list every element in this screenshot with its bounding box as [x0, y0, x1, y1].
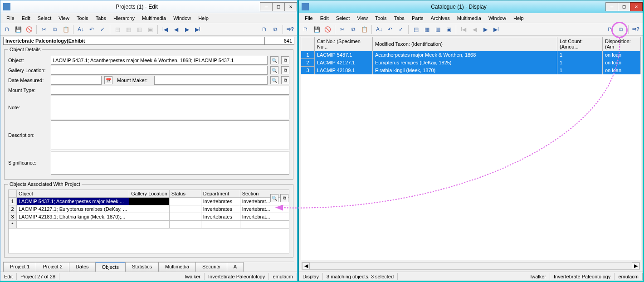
new-icon[interactable]: 🗋 — [2, 24, 12, 34]
menu-item[interactable]: Help — [510, 15, 527, 22]
first-icon[interactable]: I◀ — [459, 24, 468, 34]
close-button[interactable]: ✕ — [284, 2, 297, 11]
menu-item[interactable]: View — [354, 15, 371, 22]
maximize-button[interactable]: □ — [272, 2, 285, 11]
cell[interactable]: Invertebrat... — [240, 213, 289, 221]
titlebar[interactable]: Projects (1) - Edit — □ ✕ — [0, 0, 297, 13]
menu-item[interactable]: Select — [333, 15, 353, 22]
cell[interactable] — [129, 198, 170, 205]
sort-asc-icon[interactable]: A↓ — [374, 24, 384, 34]
minimize-button[interactable]: — — [260, 2, 273, 11]
cell[interactable]: Acantherpestes major Meek & Worthen, 186… — [373, 51, 557, 59]
titlebar[interactable]: Catalogue (1) - Display — □ ✕ — [299, 0, 643, 13]
menu-item[interactable]: Parts — [409, 15, 427, 22]
help-pointer-icon[interactable]: ⥤? — [285, 24, 295, 34]
col-header[interactable]: Disposition: (Am — [603, 37, 641, 51]
view3-icon[interactable]: ▥ — [433, 24, 443, 34]
scroll-right-icon[interactable]: ▶ — [632, 263, 639, 269]
cell[interactable]: on loan — [603, 51, 641, 59]
attach-icon[interactable]: ⧉ — [270, 24, 280, 34]
cell[interactable] — [169, 198, 201, 205]
tab-dates[interactable]: Dates — [69, 262, 96, 272]
menu-item[interactable]: Hierarchy — [110, 15, 138, 22]
menu-item[interactable]: Edit — [317, 15, 332, 22]
tab-project1[interactable]: Project 1 — [3, 262, 36, 272]
menu-item[interactable]: Window — [170, 15, 194, 22]
col-header[interactable]: Lot Count: (Amou... — [557, 37, 603, 51]
menu-item[interactable]: Select — [34, 15, 55, 22]
cell[interactable]: on loan — [603, 59, 641, 67]
cell[interactable]: LACMIP 42189.1; Elrathia kingii (Meek, 1… — [17, 213, 129, 221]
save-icon[interactable]: 💾 — [312, 24, 322, 34]
discard-icon[interactable]: 🚫 — [24, 24, 34, 34]
undo-icon[interactable]: ↶ — [87, 24, 97, 34]
table-row[interactable]: 3 LACMIP 42189.1 Elrathia kingii (Meek, … — [301, 67, 641, 74]
table-row[interactable]: 1 LACMIP 5437.1 Acantherpestes major Mee… — [301, 51, 641, 59]
col-header[interactable] — [301, 37, 315, 51]
mounttype-field[interactable] — [51, 86, 289, 95]
last-icon[interactable]: ▶I — [193, 24, 203, 34]
copy-icon[interactable]: ⧉ — [348, 24, 358, 34]
link-icon[interactable]: ⧉ — [280, 194, 288, 202]
cell[interactable] — [129, 213, 170, 221]
menu-item[interactable]: Window — [485, 15, 509, 22]
discard-icon[interactable]: 🚫 — [322, 24, 332, 34]
tab-more[interactable]: A — [227, 262, 244, 272]
table-row[interactable]: 2 LACMIP 42127.1 Eurypterus remipes (DeK… — [301, 59, 641, 67]
attach-new-icon[interactable]: 🗋 — [259, 24, 269, 34]
tab-objects[interactable]: Objects — [95, 262, 126, 272]
minimize-button[interactable]: — — [605, 2, 618, 11]
view1-icon[interactable]: ▤ — [112, 24, 122, 34]
lookup-icon[interactable]: 🔍 — [270, 66, 278, 74]
menu-item[interactable]: Multimedia — [139, 15, 169, 22]
lookup-icon[interactable]: 🔍 — [270, 76, 278, 84]
spellcheck-icon[interactable]: ✓ — [396, 24, 406, 34]
note-field[interactable] — [51, 96, 289, 119]
col-header[interactable]: Object — [17, 190, 129, 198]
view4-icon[interactable]: ▣ — [444, 24, 454, 34]
associated-objects-table[interactable]: Object Gallery Location Status Departmen… — [8, 190, 289, 229]
cell[interactable]: Invertebrates — [201, 205, 240, 213]
cell[interactable]: LACMIP 5437.1; Acantherpestes major Meek… — [17, 198, 129, 205]
cell[interactable]: 1 — [557, 67, 603, 74]
menu-item[interactable]: Archives — [428, 15, 453, 22]
spellcheck-icon[interactable]: ✓ — [98, 24, 107, 34]
paste-icon[interactable]: 📋 — [359, 24, 369, 34]
cut-icon[interactable]: ✂ — [337, 24, 347, 34]
cell[interactable] — [129, 205, 170, 213]
tab-statistics[interactable]: Statistics — [125, 262, 159, 272]
cell[interactable] — [169, 213, 201, 221]
sort-asc-icon[interactable]: A↓ — [76, 24, 86, 34]
attach-link-icon[interactable]: ⧉ — [616, 24, 626, 34]
menu-item[interactable]: View — [55, 15, 73, 22]
col-header[interactable]: Modified Taxon: (Identification) — [373, 37, 557, 51]
significance-field[interactable] — [51, 151, 289, 175]
menu-item[interactable]: Tools — [372, 15, 390, 22]
last-icon[interactable]: ▶I — [491, 24, 501, 34]
object-field[interactable]: LACMIP 5437.1; Acantherpestes major Meek… — [51, 56, 268, 65]
results-grid[interactable]: Cat No.: (Specimen Nu... Modified Taxon:… — [301, 37, 641, 260]
view2-icon[interactable]: ▦ — [422, 24, 432, 34]
save-icon[interactable]: 💾 — [13, 24, 23, 34]
view4-icon[interactable]: ▣ — [145, 24, 155, 34]
record-title[interactable]: Invertebrate Paleontology(Exhibit — [3, 37, 265, 45]
menu-item[interactable]: Multimedia — [454, 15, 484, 22]
calendar-icon[interactable]: 📅 — [104, 76, 112, 84]
tab-multimedia[interactable]: Multimedia — [158, 262, 196, 272]
cell[interactable]: LACMIP 5437.1 — [315, 51, 373, 59]
maximize-button[interactable]: □ — [618, 2, 630, 11]
tab-project2[interactable]: Project 2 — [36, 262, 69, 272]
table-row[interactable]: 3 LACMIP 42189.1; Elrathia kingii (Meek,… — [9, 213, 289, 221]
table-row[interactable]: 2 LACMIP 42127.1; Eurypterus remipes (De… — [9, 205, 289, 213]
menu-item[interactable]: Tabs — [391, 15, 408, 22]
lookup-icon[interactable]: 🔍 — [270, 194, 278, 202]
lookup-icon[interactable]: 🔍 — [270, 56, 278, 64]
prev-icon[interactable]: ◀ — [469, 24, 479, 34]
col-header[interactable]: Gallery Location — [129, 190, 170, 198]
date-field[interactable] — [51, 76, 102, 85]
cell[interactable]: LACMIP 42127.1; Eurypterus remipes (DeKa… — [17, 205, 129, 213]
link-icon[interactable]: ⧉ — [281, 56, 289, 64]
table-row[interactable]: 1 LACMIP 5437.1; Acantherpestes major Me… — [9, 198, 289, 205]
link-icon[interactable]: ⧉ — [281, 66, 289, 74]
undo-icon[interactable]: ↶ — [385, 24, 395, 34]
